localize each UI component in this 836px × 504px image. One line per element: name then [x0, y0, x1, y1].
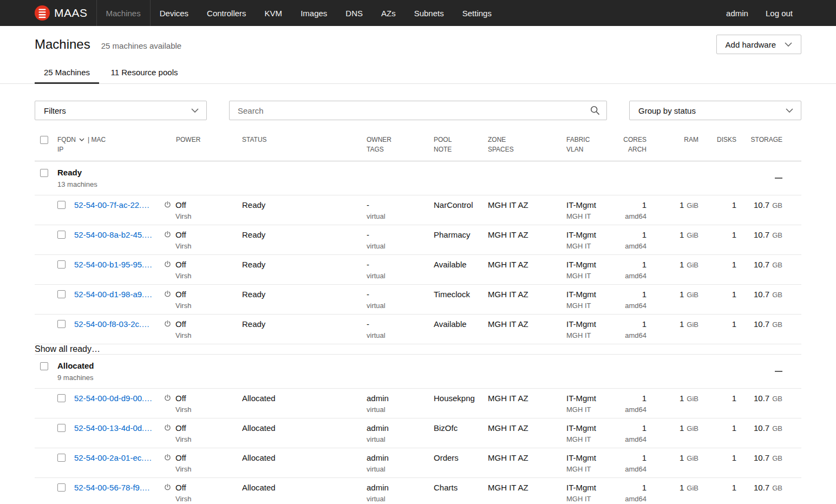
- row-checkbox[interactable]: [57, 231, 66, 239]
- fabric-value: IT-Mgmt: [566, 483, 617, 492]
- zone-cell: MGH IT AZ: [482, 200, 561, 225]
- column-header-status[interactable]: STATUS: [237, 136, 361, 154]
- tab-machines[interactable]: 25 Machines: [35, 63, 99, 83]
- machine-fqdn-link[interactable]: 52-54-00-b1-95-95.…: [74, 260, 152, 269]
- column-header-power[interactable]: POWER: [162, 136, 237, 154]
- search-input[interactable]: [229, 101, 607, 120]
- power-cell: OffVirsh: [162, 319, 237, 344]
- row-checkbox[interactable]: [57, 290, 66, 298]
- zone-cell: MGH IT AZ: [482, 260, 561, 284]
- filters-dropdown[interactable]: Filters: [35, 101, 207, 120]
- cores-cell: 1amd64: [617, 200, 652, 225]
- nav-item-dns[interactable]: DNS: [336, 0, 372, 26]
- ram-value: 1: [680, 290, 684, 299]
- row-checkbox[interactable]: [57, 483, 66, 492]
- cores-cell: 1amd64: [617, 394, 652, 418]
- nav-item-images[interactable]: Images: [291, 0, 336, 26]
- storage-value: 10.7: [754, 230, 769, 239]
- nav-item-azs[interactable]: AZs: [372, 0, 405, 26]
- machine-fqdn-link[interactable]: 52-54-00-56-78-f9.…: [74, 483, 150, 492]
- zone-cell: MGH IT AZ: [482, 230, 561, 254]
- machines-table: FQDN | MAC IP POWER STATUS OWNER TAGS PO…: [35, 129, 801, 504]
- machine-fqdn-link[interactable]: 52-54-00-f8-03-2c.…: [74, 319, 149, 329]
- nav-item-devices[interactable]: Devices: [151, 0, 198, 26]
- storage-unit: GB: [772, 231, 782, 239]
- row-checkbox[interactable]: [57, 454, 66, 462]
- chevron-down-icon: [785, 42, 792, 47]
- row-checkbox[interactable]: [57, 201, 66, 209]
- storage-cell: 10.7GB: [742, 200, 791, 225]
- owner-value: admin: [367, 394, 428, 403]
- vlan-value: MGH IT: [566, 212, 617, 220]
- arch-value: amd64: [617, 331, 646, 339]
- nav-item-controllers[interactable]: Controllers: [198, 0, 256, 26]
- ram-cell: 1GiB: [652, 319, 704, 344]
- cores-value: 1: [617, 290, 646, 299]
- group-checkbox[interactable]: [40, 362, 48, 370]
- search-icon[interactable]: [590, 106, 600, 115]
- logout-button[interactable]: Log out: [757, 0, 801, 26]
- group-checkbox[interactable]: [40, 169, 48, 177]
- table-header-row: FQDN | MAC IP POWER STATUS OWNER TAGS PO…: [35, 129, 801, 161]
- power-type: Virsh: [175, 405, 237, 414]
- row-checkbox[interactable]: [57, 394, 66, 402]
- owner-cell: adminvirtual: [361, 423, 428, 448]
- maas-brand[interactable]: MAAS: [35, 0, 88, 26]
- column-header-disks[interactable]: DISKS: [704, 136, 742, 154]
- column-header-cores[interactable]: CORES ARCH: [617, 136, 652, 154]
- row-checkbox[interactable]: [57, 260, 66, 269]
- owner-value: -: [367, 319, 428, 329]
- tab-resource-pools[interactable]: 11 Resource pools: [102, 63, 187, 83]
- add-hardware-button[interactable]: Add hardware: [716, 35, 801, 54]
- machine-fqdn-link[interactable]: 52-54-00-8a-b2-45.…: [74, 230, 152, 239]
- machine-fqdn-link[interactable]: 52-54-00-7f-ac-22.…: [74, 200, 149, 210]
- power-state: Off: [175, 483, 186, 492]
- vlan-value: MGH IT: [566, 331, 617, 339]
- pool-header-label: POOL: [434, 136, 482, 143]
- row-checkbox[interactable]: [57, 424, 66, 432]
- column-header-storage[interactable]: STORAGE: [742, 136, 791, 154]
- storage-value: 10.7: [754, 200, 769, 210]
- nav-item-kvm[interactable]: KVM: [256, 0, 292, 26]
- collapse-group-button[interactable]: [775, 175, 782, 181]
- column-header-fqdn[interactable]: FQDN | MAC IP: [52, 136, 162, 154]
- column-header-zone[interactable]: ZONE SPACES: [482, 136, 561, 154]
- vlan-value: MGH IT: [566, 465, 617, 473]
- ram-unit: GiB: [687, 201, 698, 210]
- vlan-value: MGH IT: [566, 302, 617, 310]
- disks-cell: 1: [704, 394, 742, 418]
- zone-cell: MGH IT AZ: [482, 290, 561, 314]
- power-icon: [164, 231, 171, 238]
- nav-item-subnets[interactable]: Subnets: [405, 0, 453, 26]
- nav-item-settings[interactable]: Settings: [453, 0, 501, 26]
- cores-cell: 1amd64: [617, 290, 652, 314]
- ram-unit: GiB: [687, 395, 698, 403]
- mac-header-label: | MAC: [88, 136, 106, 143]
- zone-header-label: ZONE: [488, 136, 561, 143]
- row-checkbox[interactable]: [57, 320, 66, 328]
- column-header-ram[interactable]: RAM: [652, 136, 704, 154]
- show-all-link[interactable]: Show all ready…: [35, 344, 801, 354]
- status-cell: Ready: [237, 230, 361, 254]
- column-header-fabric[interactable]: FABRIC VLAN: [561, 136, 617, 154]
- machine-fqdn-link[interactable]: 52-54-00-0d-d9-00.…: [74, 394, 152, 403]
- group-by-dropdown[interactable]: Group by status: [629, 101, 801, 120]
- machines-available-count: 25 machines available: [101, 41, 181, 50]
- cores-cell: 1amd64: [617, 423, 652, 448]
- vlan-value: MGH IT: [566, 435, 617, 443]
- nav-item-admin[interactable]: admin: [717, 0, 757, 26]
- machine-fqdn-link[interactable]: 52-54-00-13-4d-0d.…: [74, 423, 152, 433]
- select-all-checkbox[interactable]: [40, 136, 48, 144]
- chevron-down-icon: [191, 108, 199, 113]
- disks-cell: 1: [704, 290, 742, 314]
- cores-value: 1: [617, 423, 646, 433]
- machine-fqdn-link[interactable]: 52-54-00-2a-01-ec.…: [74, 453, 152, 462]
- collapse-group-button[interactable]: [775, 369, 782, 374]
- cores-cell: 1amd64: [617, 483, 652, 504]
- nav-item-machines[interactable]: Machines: [96, 0, 151, 26]
- column-header-owner[interactable]: OWNER TAGS: [361, 136, 428, 154]
- note-header-label: NOTE: [434, 146, 482, 153]
- machine-fqdn-link[interactable]: 52-54-00-d1-98-a9.…: [74, 290, 152, 299]
- machine-row: 52-54-00-b1-95-95.…OffVirshReady-virtual…: [35, 254, 801, 284]
- column-header-pool[interactable]: POOL NOTE: [428, 136, 482, 154]
